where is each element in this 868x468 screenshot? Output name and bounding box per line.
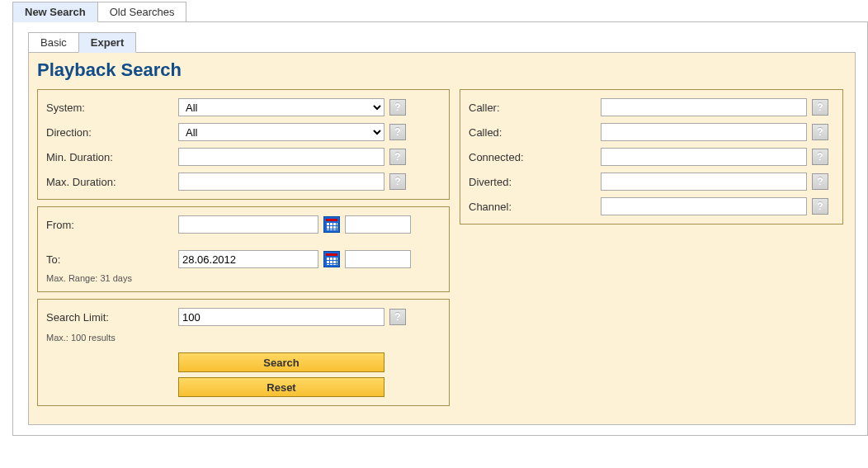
called-label: Called:	[469, 126, 601, 139]
reset-button[interactable]: Reset	[178, 377, 384, 397]
tab-old-searches[interactable]: Old Searches	[97, 2, 187, 22]
help-icon[interactable]: ?	[389, 173, 406, 190]
date-range-note: Max. Range: 31 days	[46, 273, 441, 283]
search-limit-label: Search Limit:	[46, 311, 178, 324]
help-icon[interactable]: ?	[812, 198, 828, 215]
from-time-input[interactable]	[345, 215, 411, 234]
caller-label: Caller:	[469, 102, 601, 114]
page-title: Playback Search	[37, 59, 847, 81]
help-icon[interactable]: ?	[389, 124, 406, 140]
diverted-input[interactable]	[601, 173, 807, 191]
party-box: Caller: ? Called: ?	[460, 89, 843, 225]
calendar-icon[interactable]	[323, 251, 340, 267]
help-icon[interactable]: ?	[812, 173, 828, 190]
to-date-input[interactable]	[178, 250, 318, 268]
date-box: From: To:	[37, 206, 450, 292]
min-duration-label: Min. Duration:	[46, 151, 178, 163]
system-select[interactable]: All	[178, 98, 384, 116]
caller-input[interactable]	[601, 98, 807, 116]
help-icon[interactable]: ?	[389, 99, 406, 116]
inner-panel: Playback Search System: All ? Direction:	[28, 52, 856, 425]
tab-expert[interactable]: Expert	[78, 32, 136, 53]
channel-label: Channel:	[469, 201, 601, 213]
help-icon[interactable]: ?	[389, 149, 406, 165]
from-label: From:	[46, 219, 178, 231]
search-limit-input[interactable]	[178, 308, 384, 326]
connected-label: Connected:	[469, 151, 601, 163]
calendar-icon[interactable]	[323, 216, 340, 233]
to-time-input[interactable]	[345, 250, 411, 268]
help-icon[interactable]: ?	[812, 124, 828, 140]
search-button[interactable]: Search	[178, 352, 384, 372]
help-icon[interactable]: ?	[389, 309, 406, 325]
help-icon[interactable]: ?	[812, 99, 828, 116]
filter-box: System: All ? Direction: All ?	[37, 89, 450, 200]
tab-new-search[interactable]: New Search	[12, 2, 98, 22]
direction-select[interactable]: All	[178, 123, 384, 141]
limit-note: Max.: 100 results	[46, 333, 441, 343]
to-label: To:	[46, 253, 178, 266]
connected-input[interactable]	[601, 148, 807, 166]
max-duration-input[interactable]	[178, 173, 384, 191]
from-date-input[interactable]	[178, 215, 318, 234]
limit-box: Search Limit: ? Max.: 100 results Search…	[37, 299, 450, 406]
direction-label: Direction:	[46, 126, 178, 139]
system-label: System:	[46, 102, 178, 114]
tab-basic[interactable]: Basic	[28, 32, 79, 53]
min-duration-input[interactable]	[178, 148, 384, 166]
called-input[interactable]	[601, 123, 807, 141]
outer-panel: Basic Expert Playback Search System: All…	[12, 21, 868, 436]
channel-input[interactable]	[601, 197, 807, 215]
help-icon[interactable]: ?	[812, 149, 828, 165]
diverted-label: Diverted:	[469, 176, 601, 188]
max-duration-label: Max. Duration:	[46, 176, 178, 188]
